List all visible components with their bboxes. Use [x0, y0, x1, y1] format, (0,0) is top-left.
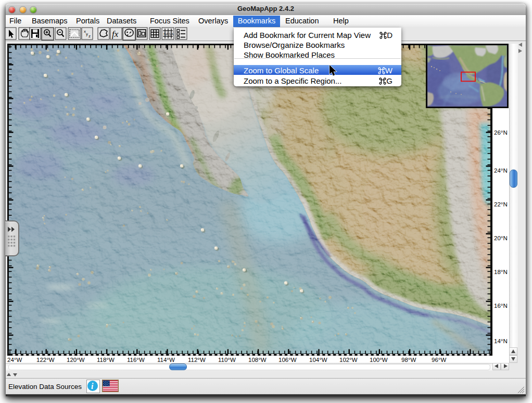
svg-text:z: z	[88, 34, 91, 38]
svg-text:y: y	[86, 32, 88, 36]
svg-text:NASA: NASA	[163, 32, 173, 36]
svg-text:fx: fx	[112, 29, 119, 39]
svg-text:i: i	[91, 382, 94, 391]
